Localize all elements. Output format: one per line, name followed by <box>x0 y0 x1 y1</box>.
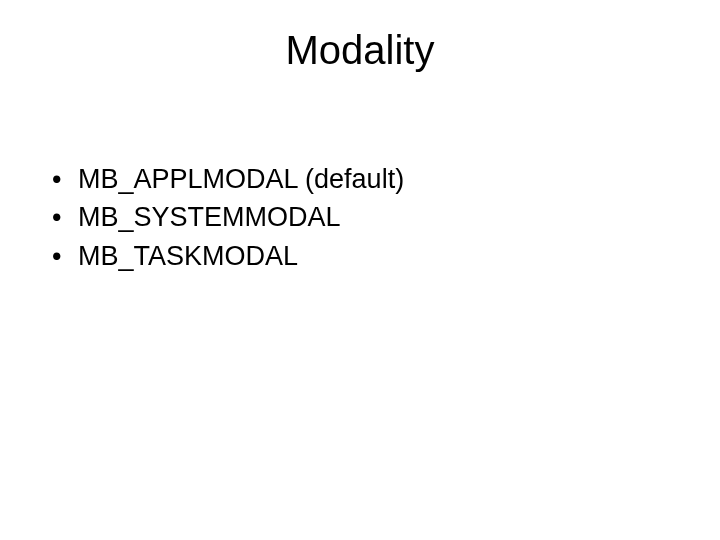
list-item: MB_APPLMODAL (default) <box>52 161 680 197</box>
slide-title: Modality <box>40 28 680 73</box>
slide: Modality MB_APPLMODAL (default) MB_SYSTE… <box>0 0 720 540</box>
list-item: MB_TASKMODAL <box>52 238 680 274</box>
list-item: MB_SYSTEMMODAL <box>52 199 680 235</box>
bullet-list: MB_APPLMODAL (default) MB_SYSTEMMODAL MB… <box>40 161 680 274</box>
